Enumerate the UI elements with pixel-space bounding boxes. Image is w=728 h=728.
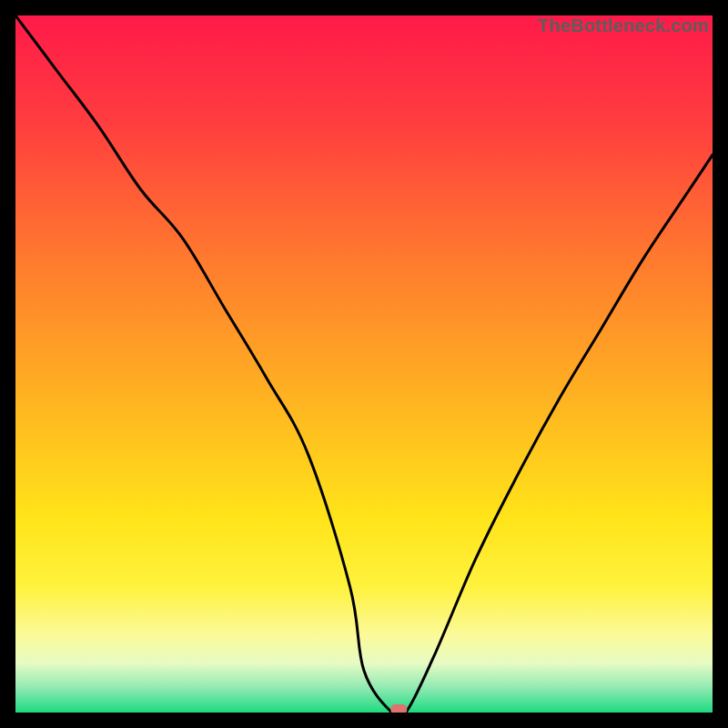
- chart-stage: TheBottleneck.com: [0, 0, 728, 728]
- plot-area: TheBottleneck.com: [15, 15, 713, 713]
- gradient-background: [15, 15, 713, 713]
- bottleneck-curve-chart: [15, 15, 713, 713]
- minimum-marker: [390, 704, 407, 713]
- watermark-text: TheBottleneck.com: [538, 15, 709, 36]
